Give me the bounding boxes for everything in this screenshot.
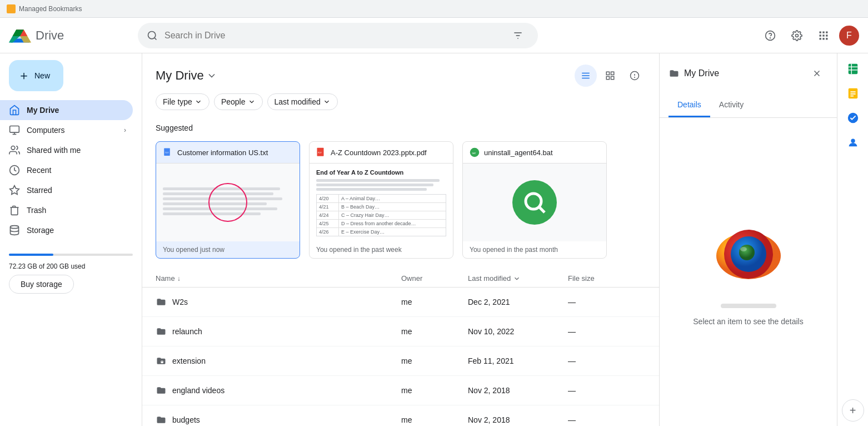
file-last-modified: Dec 2, 2021: [468, 298, 568, 306]
sidebar-item-label: Computers: [27, 126, 64, 135]
search-options-button[interactable]: [507, 24, 529, 47]
filter-last-modified-label: Last modified: [275, 97, 321, 106]
svg-rect-14: [820, 38, 821, 39]
panel-content: Select an item to see the details: [660, 118, 837, 426]
pdf-file-icon: PDF: [316, 147, 326, 157]
panel-tabs: Details Activity: [660, 93, 837, 118]
suggested-card-3[interactable]: BAT uninstall_agent64.bat You opened in …: [462, 141, 607, 259]
suggested-card-2[interactable]: PDF A-Z Countdown 2023.pptx.pdf End of Y…: [309, 141, 453, 259]
apps-button[interactable]: [812, 24, 835, 47]
grid-view-button[interactable]: [599, 65, 621, 87]
sidebar-item-my-drive[interactable]: My Drive: [0, 100, 133, 120]
tab-details[interactable]: Details: [669, 93, 710, 117]
computers-icon: [9, 125, 20, 136]
app-container: Drive: [0, 18, 868, 426]
sidebar-item-label: Trash: [27, 206, 46, 215]
main-content: My Drive: [142, 53, 659, 426]
file-row[interactable]: budgets me Nov 2, 2018 — ⋮: [142, 405, 659, 426]
main-title-text: My Drive: [156, 68, 204, 83]
svg-point-23: [11, 226, 19, 229]
storage-label: 72.23 GB of 200 GB used: [9, 262, 133, 270]
suggested-label: Suggested: [142, 119, 659, 137]
filter-people-label: People: [221, 97, 246, 106]
sidebar-item-starred[interactable]: Starred: [0, 180, 133, 200]
file-row[interactable]: W2s me Dec 2, 2021 — ⋮: [142, 288, 659, 317]
sidebar-item-recent[interactable]: Recent: [0, 160, 133, 180]
shared-icon: [9, 145, 20, 156]
folder-icon: [156, 326, 167, 337]
buy-storage-button[interactable]: Buy storage: [9, 275, 74, 294]
col-name-header: Name ↓: [156, 274, 401, 283]
contacts-icon[interactable]: [842, 131, 864, 153]
storage-section: 72.23 GB of 200 GB used Buy storage: [0, 245, 142, 303]
svg-rect-8: [820, 31, 821, 33]
sort-arrow-icon: ↓: [177, 275, 181, 283]
svg-point-0: [148, 31, 156, 38]
avatar[interactable]: F: [839, 26, 859, 46]
card-2-title: A-Z Countdown 2023.pptx.pdf: [331, 148, 427, 157]
sheets-icon[interactable]: [842, 58, 864, 80]
header-actions: F: [759, 24, 859, 47]
svg-text:PDF: PDF: [318, 152, 322, 154]
file-size: —: [568, 327, 623, 336]
header: Drive: [0, 18, 868, 53]
card-2-footer: You opened in the past week: [310, 241, 453, 258]
suggested-card-1[interactable]: TXT Customer information US.txt: [156, 141, 300, 259]
main-actions: [575, 65, 646, 87]
right-sidebar: +: [837, 53, 868, 426]
card-3-preview: [463, 164, 606, 241]
svg-rect-27: [606, 72, 609, 75]
card-2-header: PDF A-Z Countdown 2023.pptx.pdf: [310, 142, 453, 164]
add-apps-button[interactable]: +: [842, 399, 864, 422]
sidebar-item-shared[interactable]: Shared with me: [0, 140, 133, 160]
new-button[interactable]: ＋ New: [9, 60, 63, 91]
file-size: —: [568, 356, 623, 365]
top-bar: Managed Bookmarks: [0, 0, 868, 18]
filter-file-type-button[interactable]: File type: [156, 93, 209, 110]
sort-view-button[interactable]: [575, 65, 597, 87]
svg-rect-10: [826, 31, 827, 33]
file-name: england videos: [172, 386, 225, 395]
bat-file-icon: BAT: [470, 147, 480, 157]
file-last-modified: Feb 11, 2021: [468, 356, 568, 365]
chevron-right-icon: ›: [124, 126, 126, 134]
sidebar-item-label: Shared with me: [27, 146, 81, 155]
filter-bar: File type People Last modified: [142, 93, 659, 119]
file-row[interactable]: extension me Feb 11, 2021 — ⋮: [142, 346, 659, 376]
file-owner: me: [401, 386, 468, 395]
folder-icon: [156, 414, 167, 425]
keep-icon[interactable]: [842, 82, 864, 105]
card-3-footer: You opened in the past month: [463, 241, 606, 258]
file-row[interactable]: relaunch me Nov 10, 2022 — ⋮: [142, 317, 659, 346]
svg-rect-9: [822, 31, 824, 33]
card-1-title: Customer information US.txt: [177, 148, 268, 157]
search-input[interactable]: [164, 31, 500, 41]
sidebar-item-storage[interactable]: Storage: [0, 220, 133, 240]
panel-close-button[interactable]: [806, 62, 828, 85]
tasks-icon[interactable]: [842, 107, 864, 129]
file-name-cell: W2s: [156, 296, 401, 308]
tab-activity[interactable]: Activity: [710, 93, 752, 117]
file-last-modified: Nov 10, 2022: [468, 327, 568, 336]
search-bar[interactable]: [138, 23, 538, 48]
help-button[interactable]: [759, 24, 781, 47]
info-button[interactable]: [623, 65, 646, 87]
logo-area: Drive: [9, 26, 131, 46]
file-owner: me: [401, 356, 468, 365]
filter-people-button[interactable]: People: [214, 93, 263, 110]
sidebar-item-computers[interactable]: Computers ›: [0, 120, 133, 140]
sidebar-item-trash[interactable]: Trash: [0, 200, 133, 220]
txt-file-icon: TXT: [163, 147, 173, 157]
svg-rect-13: [826, 34, 827, 36]
card-1-footer: You opened just now: [156, 241, 300, 258]
svg-point-48: [739, 245, 755, 260]
file-row[interactable]: england videos me Nov 2, 2018 — ⋮: [142, 376, 659, 405]
file-list-header: Name ↓ Owner Last modified File size: [142, 270, 659, 288]
my-drive-title-button[interactable]: My Drive: [156, 68, 217, 83]
settings-button[interactable]: [786, 24, 808, 47]
svg-rect-15: [822, 38, 824, 39]
card-1-preview: [156, 164, 300, 241]
filter-last-modified-button[interactable]: Last modified: [267, 93, 338, 110]
file-name: budgets: [172, 415, 200, 424]
svg-point-40: [526, 194, 541, 209]
